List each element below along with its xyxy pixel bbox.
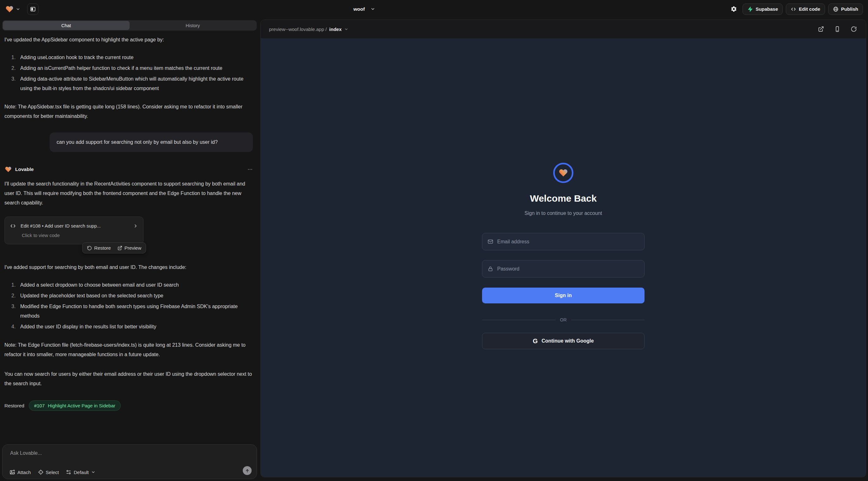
project-switcher[interactable]: woof (353, 0, 375, 18)
panel-layout-icon (30, 6, 36, 12)
code-icon (790, 6, 796, 12)
assistant-message-text: I've updated the AppSidebar component to… (4, 35, 253, 44)
supabase-button[interactable]: Supabase (743, 3, 783, 15)
chat-input[interactable] (10, 450, 249, 456)
assistant-message-text: I've added support for searching by both… (4, 263, 253, 272)
chevron-down-icon (370, 7, 375, 11)
assistant-message-text: I'll update the search functionality in … (4, 179, 253, 207)
toggle-sidebar-button[interactable] (27, 3, 38, 15)
edit-code-label: Edit code (799, 6, 820, 12)
refresh-icon (850, 26, 857, 32)
list-item: Added a select dropdown to choose betwee… (11, 280, 253, 290)
assistant-note-text: Note: The AppSidebar.tsx file is getting… (4, 102, 253, 121)
version-title: Highlight Active Page in Sidebar (48, 401, 115, 411)
assistant-message-text: You can now search for users by either t… (4, 370, 253, 388)
page-title: Welcome Back (530, 192, 596, 204)
version-actions-pill: Restore Preview (82, 243, 146, 253)
google-button-label: Continue with Google (541, 338, 594, 344)
lovable-logo-menu[interactable] (5, 5, 20, 13)
user-message-bubble: can you add support for searching not on… (50, 132, 253, 152)
chevron-down-icon (91, 470, 95, 474)
chat-composer: Attach Select Default (2, 444, 257, 479)
ellipsis-icon (247, 166, 253, 172)
send-button[interactable] (243, 466, 252, 475)
open-in-new-tab-button[interactable] (817, 25, 825, 33)
app-logo (553, 163, 574, 183)
assistant-header: Lovable (4, 165, 253, 174)
preview-toolbar: preview--woof.lovable.app / index (261, 20, 866, 38)
edit-version-card[interactable]: Edit #108 • Add user ID search supp... C… (4, 217, 144, 244)
restore-button[interactable]: Restore (87, 243, 111, 253)
attach-button[interactable]: Attach (9, 469, 31, 475)
divider-line (482, 320, 556, 320)
restore-icon (87, 246, 92, 251)
publish-label: Publish (841, 6, 858, 12)
version-number: #107 (34, 401, 44, 411)
chat-panel: Chat History I've updated the AppSidebar… (0, 18, 259, 481)
assistant-numbered-list: Added a select dropdown to choose betwee… (4, 280, 253, 331)
lock-icon (488, 266, 493, 272)
mode-label: Default (74, 470, 89, 475)
lovable-heart-icon (5, 5, 14, 13)
list-item: Adding an isCurrentPath helper function … (11, 64, 253, 73)
project-name: woof (353, 6, 365, 12)
list-item: Modified the Edge Function to handle bot… (11, 302, 253, 321)
preview-viewport: Welcome Back Sign in to continue to your… (261, 38, 866, 477)
external-link-icon (818, 26, 824, 32)
divider-line (571, 320, 645, 320)
preview-button[interactable]: Preview (117, 243, 141, 253)
mail-icon (488, 238, 493, 245)
sign-in-button[interactable]: Sign in (482, 288, 645, 303)
preview-url-selector[interactable]: preview--woof.lovable.app / index (269, 27, 348, 32)
preview-page-name: index (329, 27, 342, 32)
supabase-bolt-icon (747, 6, 753, 12)
or-divider: OR (482, 317, 645, 322)
arrow-up-icon (245, 468, 250, 473)
list-item: Adding data-active attribute to SidebarM… (11, 74, 253, 93)
publish-button[interactable]: Publish (828, 3, 863, 15)
preview-url-text: preview--woof.lovable.app / (269, 27, 327, 32)
restored-label: Restored (4, 401, 24, 411)
chevron-down-icon (344, 27, 348, 31)
chat-history-tabs: Chat History (2, 20, 257, 31)
supabase-label: Supabase (755, 6, 778, 12)
globe-icon (833, 6, 839, 12)
assistant-name: Lovable (15, 165, 34, 174)
email-field-wrap (482, 233, 645, 250)
restored-version-badge[interactable]: #107 Highlight Active Page in Sidebar (29, 400, 121, 411)
restore-label: Restore (94, 243, 111, 253)
lovable-heart-icon (4, 166, 12, 173)
image-plus-icon (9, 469, 15, 475)
mode-selector-button[interactable]: Default (66, 469, 95, 475)
password-field-wrap (482, 260, 645, 278)
google-g-icon: G (533, 338, 538, 344)
continue-with-google-button[interactable]: G Continue with Google (482, 333, 645, 349)
or-label: OR (560, 317, 567, 322)
edit-card-subtitle: Click to view code (22, 232, 138, 239)
page-subtitle: Sign in to continue to your account (524, 210, 602, 217)
mobile-view-button[interactable] (834, 25, 841, 33)
edit-card-title: Edit #108 • Add user ID search supp... (21, 221, 129, 231)
message-options-button[interactable] (247, 166, 253, 172)
heart-icon (558, 168, 568, 178)
tab-chat[interactable]: Chat (3, 21, 130, 30)
attach-label: Attach (18, 470, 31, 475)
list-item: Adding useLocation hook to track the cur… (11, 53, 253, 62)
password-field[interactable] (497, 266, 639, 272)
list-item: Updated the placeholder text based on th… (11, 291, 253, 300)
select-label: Select (46, 470, 59, 475)
list-item: Added the user ID display in the results… (11, 322, 253, 331)
chevron-right-icon (133, 223, 138, 228)
code-icon (10, 223, 16, 229)
email-field[interactable] (497, 239, 639, 245)
crosshair-icon (38, 469, 43, 475)
assistant-note-text: Note: The Edge Function file (fetch-fire… (4, 340, 253, 359)
smartphone-icon (834, 26, 840, 32)
preview-panel: preview--woof.lovable.app / index (260, 20, 866, 477)
select-element-button[interactable]: Select (38, 469, 59, 475)
refresh-button[interactable] (850, 25, 858, 33)
edit-code-button[interactable]: Edit code (786, 3, 825, 15)
settings-button[interactable] (728, 3, 739, 15)
tab-history[interactable]: History (130, 21, 256, 30)
topbar: woof Supabase Edit code Publish (0, 0, 868, 18)
